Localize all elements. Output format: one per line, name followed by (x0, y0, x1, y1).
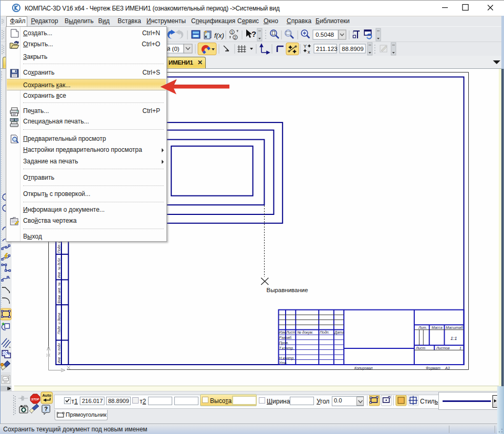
svg-text:Выравнивание: Выравнивание (267, 287, 308, 293)
svg-text:Дата: Дата (334, 330, 344, 335)
svg-text:2: 2 (234, 35, 237, 40)
svg-text:Листов: Листов (436, 346, 450, 350)
svg-text:Подп.: Подп. (320, 330, 330, 334)
svg-text:А3: А3 (445, 366, 450, 370)
svg-text:Взам. инв. №: Взам. инв. № (57, 282, 61, 303)
svg-text:1: 1 (231, 30, 234, 35)
svg-text:Подп. и дата: Подп. и дата (57, 313, 61, 334)
svg-text:Копировал: Копировал (354, 366, 373, 370)
svg-text:Разраб.: Разраб. (279, 336, 292, 340)
svg-text:Инв. № дубл.: Инв. № дубл. (57, 257, 61, 278)
svg-text:Н.контр.: Н.контр. (279, 356, 295, 360)
svg-text:Масса: Масса (432, 326, 443, 329)
svg-text:STOP: STOP (32, 398, 39, 401)
svg-text:Лист: Лист (286, 330, 296, 334)
svg-text:?: ? (204, 30, 207, 36)
svg-text:Утв.: Утв. (279, 361, 288, 365)
svg-text:Изм.: Изм. (279, 330, 287, 334)
svg-text:Лист: Лист (415, 346, 425, 350)
svg-text:211.123: 211.123 (316, 46, 338, 52)
svg-text:x: x (308, 49, 310, 55)
svg-text:1:1: 1:1 (450, 336, 457, 341)
svg-text:Пров.: Пров. (279, 341, 289, 345)
svg-text:1: 1 (459, 346, 461, 350)
svg-text:?: ? (251, 29, 256, 38)
svg-text:f(x): f(x) (214, 32, 224, 39)
svg-text:й (0): й (0) (167, 46, 180, 52)
svg-text:0.5048: 0.5048 (316, 32, 334, 38)
svg-text:Инв. № подл.: Инв. № подл. (57, 342, 61, 364)
svg-text:Лит.: Лит. (418, 326, 427, 329)
svg-text:Масштаб: Масштаб (446, 326, 464, 329)
svg-text:88.8909: 88.8909 (342, 46, 364, 52)
svg-text:?: ? (44, 406, 48, 412)
svg-text:Т.контр.: Т.контр. (279, 346, 294, 350)
svg-text:№ докум.: № докум. (297, 330, 313, 335)
svg-text:Y: Y (303, 44, 307, 49)
svg-text:Формат: Формат (426, 366, 440, 370)
svg-text:Auto: Auto (42, 393, 51, 398)
